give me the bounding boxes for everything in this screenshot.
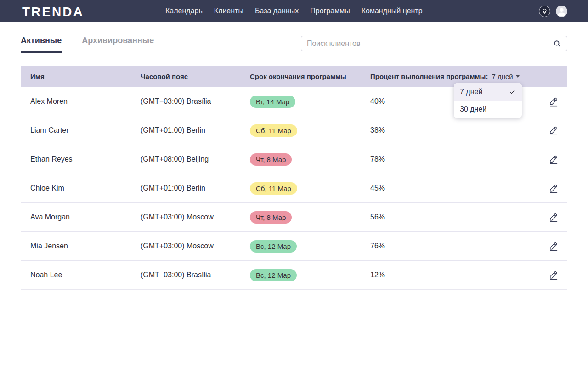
- cell-percent: 76%: [361, 242, 520, 250]
- edit-icon[interactable]: [548, 213, 558, 222]
- cell-name: Mia Jensen: [21, 242, 131, 250]
- edit-icon[interactable]: [548, 155, 558, 164]
- deadline-badge: Вс, 12 Мар: [250, 269, 297, 281]
- nav-item-programs[interactable]: Программы: [310, 7, 350, 15]
- cell-name: Ethan Reyes: [21, 155, 131, 163]
- deadline-badge: Вс, 12 Мар: [250, 240, 297, 253]
- avatar[interactable]: [556, 6, 567, 17]
- deadline-badge: Чт, 8 Мар: [250, 153, 292, 166]
- cell-timezone: (GMT−03:00) Brasília: [131, 97, 241, 106]
- cell-percent: 38%: [361, 126, 520, 135]
- cell-name: Chloe Kim: [21, 184, 131, 192]
- search-box: [301, 36, 567, 51]
- deadline-badge: Чт, 8 Мар: [250, 211, 292, 224]
- nav-menu: Календарь Клиенты База данных Программы …: [165, 7, 423, 15]
- cell-name: Alex Moren: [21, 97, 131, 106]
- edit-icon[interactable]: [548, 126, 558, 135]
- top-navbar: TRENDA Календарь Клиенты База данных Про…: [0, 0, 588, 22]
- period-dropdown: 7 дней 30 дней: [454, 83, 522, 118]
- deadline-badge: Сб, 11 Мар: [250, 182, 297, 195]
- cell-timezone: (GMT+03:00) Moscow: [131, 242, 241, 250]
- period-selector-value: 7 дней: [492, 73, 513, 80]
- nav-item-command-center[interactable]: Командный центр: [362, 7, 423, 15]
- nav-item-database[interactable]: База данных: [255, 7, 299, 15]
- table-row: Ava Morgan (GMT+03:00) Moscow Чт, 8 Мар …: [21, 202, 567, 231]
- cell-percent: 78%: [361, 155, 520, 163]
- search-icon[interactable]: [553, 39, 561, 48]
- edit-icon[interactable]: [548, 97, 558, 107]
- table-row: Ethan Reyes (GMT+08:00) Beijing Чт, 8 Ма…: [21, 145, 567, 174]
- cell-name: Noah Lee: [21, 271, 131, 279]
- edit-icon[interactable]: [548, 270, 558, 280]
- tab-active[interactable]: Активные: [21, 36, 62, 53]
- table-row: Chloe Kim (GMT+01:00) Berlin Сб, 11 Мар …: [21, 174, 567, 202]
- cell-percent: 45%: [361, 184, 520, 192]
- dropdown-option-label: 30 дней: [460, 105, 486, 113]
- cell-timezone: (GMT+08:00) Beijing: [131, 155, 241, 163]
- chevron-down-icon: [516, 75, 520, 78]
- col-header-percent-label: Процент выполнения программы:: [370, 73, 488, 80]
- brand-logo: TRENDA: [22, 5, 84, 19]
- lightbulb-glyph: [541, 8, 548, 15]
- col-header-deadline: Срок окончания программы: [241, 73, 361, 80]
- col-header-name: Имя: [21, 73, 131, 80]
- cell-percent: 12%: [361, 271, 520, 279]
- cell-timezone: (GMT+03:00) Moscow: [131, 213, 241, 221]
- deadline-badge: Вт, 14 Мар: [250, 96, 295, 108]
- cell-name: Ava Morgan: [21, 213, 131, 221]
- dropdown-option-30-days[interactable]: 30 дней: [454, 101, 522, 118]
- table-row: Noah Lee (GMT−03:00) Brasília Вс, 12 Мар…: [21, 260, 567, 289]
- cell-timezone: (GMT+01:00) Berlin: [131, 126, 241, 135]
- nav-item-calendar[interactable]: Календарь: [165, 7, 203, 15]
- period-selector[interactable]: 7 дней: [492, 73, 519, 80]
- edit-icon[interactable]: [548, 184, 558, 193]
- tab-archived[interactable]: Архивированные: [82, 36, 154, 53]
- deadline-badge: Сб, 11 Мар: [250, 124, 297, 137]
- cell-timezone: (GMT+01:00) Berlin: [131, 184, 241, 192]
- dropdown-option-label: 7 дней: [460, 88, 482, 96]
- lightbulb-icon[interactable]: [539, 6, 550, 17]
- cell-timezone: (GMT−03:00) Brasília: [131, 271, 241, 279]
- table-row: Liam Carter (GMT+01:00) Berlin Сб, 11 Ма…: [21, 116, 567, 145]
- clients-table: Имя Часовой пояс Срок окончания программ…: [21, 66, 567, 290]
- col-header-timezone: Часовой пояс: [131, 73, 241, 80]
- avatar-silhouette: [556, 6, 567, 17]
- table-row: Mia Jensen (GMT+03:00) Moscow Вс, 12 Мар…: [21, 231, 567, 260]
- search-input[interactable]: [307, 39, 553, 48]
- dropdown-option-7-days[interactable]: 7 дней: [454, 83, 522, 101]
- nav-item-clients[interactable]: Клиенты: [214, 7, 243, 15]
- cell-percent: 56%: [361, 213, 520, 221]
- edit-icon[interactable]: [548, 242, 558, 251]
- col-header-percent: Процент выполнения программы: 7 дней: [361, 73, 520, 80]
- check-icon: [509, 88, 516, 96]
- cell-name: Liam Carter: [21, 126, 131, 135]
